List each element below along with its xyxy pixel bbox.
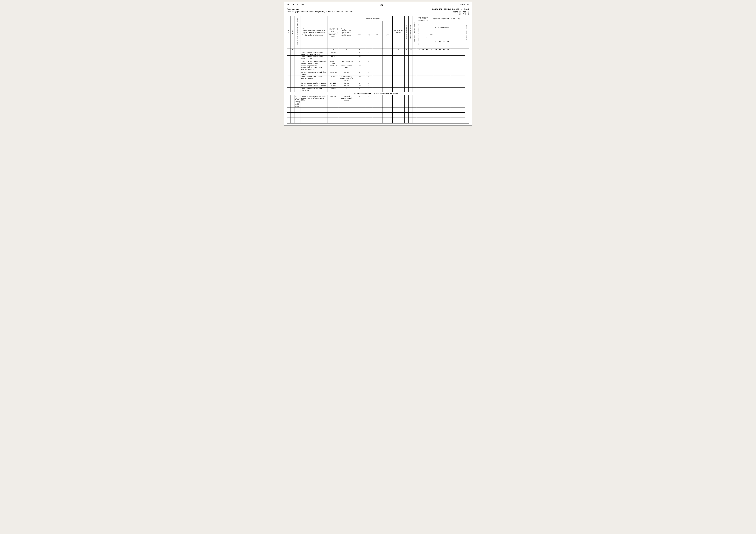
sheet-label: Лист № bbox=[459, 13, 466, 15]
cell-tech: 1РД 2РД на нагне-тающем патруб же на-сос… bbox=[294, 95, 300, 108]
cell-v2 bbox=[409, 65, 413, 71]
cell-code: 3 bbox=[365, 60, 373, 65]
rh-20 bbox=[450, 48, 465, 51]
cell-v8 bbox=[434, 56, 438, 60]
cell-code: I bbox=[365, 85, 373, 87]
cell-v12 bbox=[450, 56, 465, 60]
cell-tech bbox=[294, 85, 300, 87]
cell-empty bbox=[365, 108, 373, 113]
cell-v8 bbox=[434, 65, 438, 71]
cell-v9 bbox=[438, 60, 442, 65]
cell-a1 bbox=[373, 65, 383, 71]
doc-code-left: Тп. 261-12-173 bbox=[287, 4, 304, 6]
cell-v7 bbox=[429, 87, 434, 92]
cell-equip bbox=[392, 60, 404, 65]
cell-name: Лампа сигнальная, линза жёлтого цвета bbox=[300, 76, 328, 82]
th-col14: Заявленная потребность на начало план. г… bbox=[425, 21, 429, 48]
cell-empty bbox=[404, 113, 409, 118]
cell-empty bbox=[413, 113, 417, 118]
cell-v1 bbox=[404, 85, 409, 87]
cell-v4 bbox=[417, 56, 421, 60]
cell-v1 bbox=[404, 60, 409, 65]
cell-name: То же, толкатель чёрный без надписи bbox=[300, 71, 328, 76]
th-unit-code: код bbox=[365, 21, 373, 48]
cell-a1 bbox=[373, 82, 383, 85]
th-num: №п/п bbox=[287, 16, 290, 48]
cell-a1 bbox=[373, 76, 383, 82]
th-col10: Стоимость единиц тис.руб. bbox=[409, 16, 413, 48]
cell-v6 bbox=[425, 60, 429, 65]
th-quarters-group: в т.ч. по кварталам bbox=[434, 21, 450, 34]
cell-empty bbox=[442, 108, 446, 113]
cell-num bbox=[287, 71, 290, 76]
cell-v6 bbox=[425, 76, 429, 82]
cell-v5 bbox=[421, 76, 425, 82]
cell-empty bbox=[300, 118, 328, 123]
cell-v12 bbox=[450, 85, 465, 87]
cell-v9 bbox=[438, 95, 442, 108]
cell-empty bbox=[417, 113, 421, 118]
cell-v12 bbox=[450, 82, 465, 85]
cell-manuf: – bbox=[339, 51, 354, 56]
th-q4: IY bbox=[446, 34, 450, 48]
cell-v3 bbox=[413, 56, 417, 60]
cell-v2 bbox=[409, 71, 413, 76]
rh-9: 9 bbox=[404, 48, 409, 51]
rh-16: I6 bbox=[434, 48, 438, 51]
cell-empty bbox=[446, 108, 450, 113]
cell-type: Д226Б bbox=[328, 87, 339, 92]
cell-empty bbox=[294, 108, 300, 113]
cell-empty bbox=[383, 108, 392, 113]
cell-empty bbox=[383, 113, 392, 118]
cell-empty bbox=[450, 118, 465, 123]
company-value bbox=[301, 8, 352, 11]
cell-a1 bbox=[373, 95, 383, 108]
cell-empty bbox=[429, 108, 434, 113]
cell-empty bbox=[365, 118, 373, 123]
top-bar: Тп. 261-12-173 38 15964-05 bbox=[287, 4, 469, 7]
th-pos: № поз bbox=[290, 16, 294, 48]
rh-18: I8 bbox=[442, 48, 446, 51]
th-unit-name: наим. bbox=[354, 21, 365, 48]
cell-v5 bbox=[421, 60, 425, 65]
page-number: 38 bbox=[304, 4, 459, 6]
cell-v2 bbox=[409, 87, 413, 92]
cell-pos bbox=[290, 85, 294, 87]
cell-v11 bbox=[446, 82, 450, 85]
cell-v5 bbox=[421, 56, 425, 60]
cell-v1 bbox=[404, 56, 409, 60]
cell-unit: шт bbox=[354, 76, 365, 82]
rh-17: I7 bbox=[438, 48, 442, 51]
cell-empty bbox=[354, 108, 365, 113]
th-accepted-group: Принятая потребность на 197 год bbox=[429, 16, 465, 21]
cell-v11 bbox=[446, 95, 450, 108]
cell-a1 bbox=[373, 87, 383, 92]
cell-num bbox=[287, 82, 290, 85]
cell-type: РЗВ-812 bbox=[328, 56, 339, 60]
cell-v8 bbox=[434, 82, 438, 85]
cell-empty bbox=[328, 108, 339, 113]
cell-v5 bbox=[421, 71, 425, 76]
cell-v3 bbox=[413, 51, 417, 56]
cell-v11 bbox=[446, 71, 450, 76]
table-row-empty bbox=[287, 118, 469, 123]
meta-right: ЗАКАЗНАЯ СПЕЦИФИКАЦИЯ № 2-АП Всего листо… bbox=[432, 8, 469, 15]
cell-v6 bbox=[425, 51, 429, 56]
cell-v10 bbox=[442, 82, 446, 85]
cell-tech bbox=[294, 56, 300, 60]
rh-15: I5 bbox=[429, 48, 434, 51]
th-manuf: Завод-изгото-витель (для импортного обор… bbox=[339, 16, 354, 48]
cell-v8 bbox=[434, 85, 438, 87]
cell-code: I bbox=[365, 51, 373, 56]
cell-empty bbox=[287, 108, 290, 113]
cell-empty bbox=[328, 113, 339, 118]
th-equip: Код оборудо-вания, материалов bbox=[392, 16, 404, 48]
cell-v3 bbox=[413, 85, 417, 87]
cell-v7 bbox=[429, 82, 434, 85]
cell-v3 bbox=[413, 60, 417, 65]
cell-tech bbox=[294, 65, 300, 71]
cell-v11 bbox=[446, 56, 450, 60]
cell-v10 bbox=[442, 76, 446, 82]
table-row: Реле времени переменного тока, катушка н… bbox=[287, 51, 469, 56]
cell-v1 bbox=[404, 87, 409, 92]
